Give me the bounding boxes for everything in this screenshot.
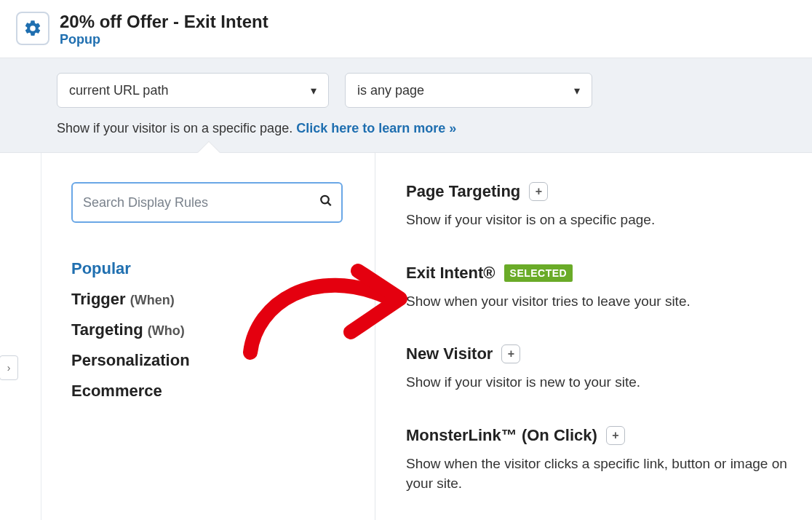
search-icon xyxy=(319,194,333,211)
rule-title: Exit Intent® xyxy=(406,264,495,283)
rules-list: Page Targeting+Show if your visitor is o… xyxy=(375,153,812,520)
chevron-down-icon: ▾ xyxy=(311,84,317,98)
rule-title: Page Targeting xyxy=(406,182,520,201)
category-note: (When) xyxy=(130,293,175,307)
rules-sidebar: Popular Trigger (When)Targeting (Who)Per… xyxy=(0,153,375,520)
rule-head: Exit Intent®SELECTED xyxy=(406,264,790,283)
category-item[interactable]: Trigger (When) xyxy=(71,290,343,309)
operator-value: is any page xyxy=(357,83,424,98)
add-rule-button[interactable]: + xyxy=(501,344,520,363)
selected-badge: SELECTED xyxy=(504,264,573,282)
category-item[interactable]: Personalization xyxy=(71,351,343,370)
settings-icon-button[interactable] xyxy=(16,12,49,45)
filter-bar: current URL path ▾ is any page ▾ Show if… xyxy=(0,58,812,153)
rule-item[interactable]: New Visitor+Show if your visitor is new … xyxy=(406,344,790,393)
rule-title: New Visitor xyxy=(406,344,493,363)
filter-description: Show if your visitor is on a specific pa… xyxy=(57,121,797,136)
learn-more-link[interactable]: Click here to learn more » xyxy=(296,121,456,135)
chevron-down-icon: ▾ xyxy=(574,84,580,98)
category-item[interactable]: Ecommerce xyxy=(71,382,343,401)
add-rule-button[interactable]: + xyxy=(606,426,625,445)
rule-title: MonsterLink™ (On Click) xyxy=(406,426,597,445)
rule-head: New Visitor+ xyxy=(406,344,790,363)
filter-desc-text: Show if your visitor is on a specific pa… xyxy=(57,121,296,135)
content-area: Popular Trigger (When)Targeting (Who)Per… xyxy=(0,153,812,520)
search-input[interactable] xyxy=(71,182,343,223)
category-list: Popular Trigger (When)Targeting (Who)Per… xyxy=(71,259,343,401)
chevron-right-icon: › xyxy=(7,362,11,374)
header-titles: 20% off Offer - Exit Intent Popup xyxy=(60,12,268,47)
rule-item[interactable]: Page Targeting+Show if your visitor is o… xyxy=(406,182,790,230)
category-item[interactable]: Targeting (Who) xyxy=(71,320,343,339)
rule-description: Show if your visitor is new to your site… xyxy=(406,372,790,393)
category-item[interactable]: Popular xyxy=(71,259,343,278)
category-note: (Who) xyxy=(148,323,185,338)
operator-select[interactable]: is any page ▾ xyxy=(345,73,592,108)
condition-value: current URL path xyxy=(69,83,168,98)
campaign-title: 20% off Offer - Exit Intent xyxy=(60,12,268,32)
rule-head: Page Targeting+ xyxy=(406,182,790,201)
campaign-type[interactable]: Popup xyxy=(60,32,268,47)
rule-head: MonsterLink™ (On Click)+ xyxy=(406,426,790,445)
rule-item[interactable]: Exit Intent®SELECTEDShow when your visit… xyxy=(406,264,790,312)
panel-toggle[interactable]: › xyxy=(0,355,18,380)
svg-point-0 xyxy=(321,196,329,204)
rule-description: Show when the visitor clicks a specific … xyxy=(406,454,790,494)
search-wrap xyxy=(71,182,343,223)
rule-description: Show if your visitor is on a specific pa… xyxy=(406,210,790,230)
rule-description: Show when your visitor tries to leave yo… xyxy=(406,291,790,312)
gear-icon xyxy=(23,19,42,38)
filter-row: current URL path ▾ is any page ▾ xyxy=(57,73,797,108)
header-bar: 20% off Offer - Exit Intent Popup xyxy=(0,0,812,58)
condition-select[interactable]: current URL path ▾ xyxy=(57,73,329,108)
add-rule-button[interactable]: + xyxy=(529,182,548,201)
rule-item[interactable]: MonsterLink™ (On Click)+Show when the vi… xyxy=(406,426,790,494)
svg-line-1 xyxy=(328,202,331,205)
